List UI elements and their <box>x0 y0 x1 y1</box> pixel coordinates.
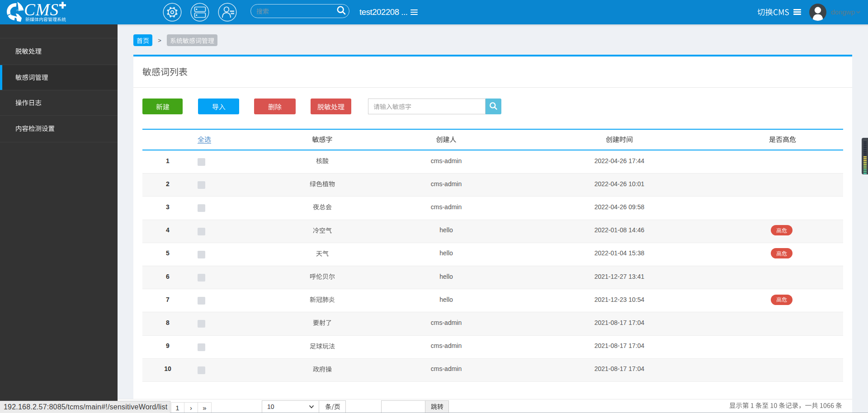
svg-text:power: power <box>16 9 24 11</box>
